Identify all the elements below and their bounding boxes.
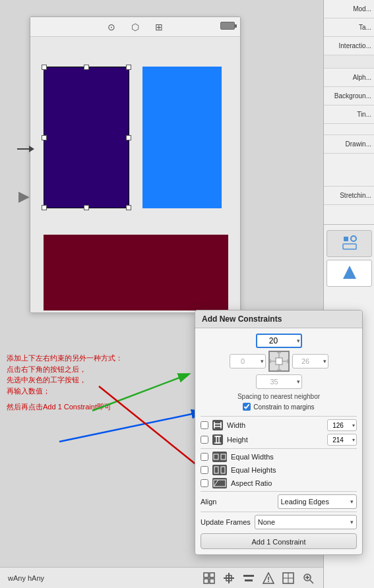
handle-tl[interactable] <box>42 65 47 70</box>
aspect-ratio-row: Aspect Ratio <box>201 478 357 488</box>
svg-rect-5 <box>204 579 208 583</box>
height-value-wrapper: ▾ <box>327 434 357 446</box>
align-icon[interactable] <box>241 571 256 585</box>
bottom-toolbar: wAny hAny <box>0 567 323 588</box>
svg-rect-11 <box>245 579 253 581</box>
blue-rect[interactable] <box>142 67 222 208</box>
panel-spacer1 <box>324 55 374 69</box>
popup-title: Add New Constraints <box>195 310 362 328</box>
ib-toolbar: ⊙ ⬡ ⊞ <box>30 17 240 37</box>
tab-icon-2[interactable] <box>327 260 372 287</box>
equal-widths-icon <box>212 452 227 462</box>
svg-rect-32 <box>276 358 282 365</box>
pin-icon[interactable] <box>222 571 236 585</box>
panel-interaction: Interactio... <box>324 37 374 55</box>
ib-content <box>30 37 240 312</box>
align-chevron-icon: ▾ <box>350 498 354 505</box>
svg-rect-33 <box>214 424 221 426</box>
width-icon <box>212 420 223 430</box>
equal-widths-row: Equal Widths <box>201 452 357 462</box>
right-spacing-input[interactable] <box>292 354 328 368</box>
resolve-icon[interactable] <box>261 571 276 585</box>
svg-rect-40 <box>221 454 226 459</box>
left-input-wrapper: ▾ <box>230 354 266 368</box>
svg-rect-39 <box>214 454 218 459</box>
svg-rect-24 <box>343 244 356 249</box>
top-spacing-input[interactable] <box>256 334 302 348</box>
update-select-value: None <box>258 518 350 526</box>
align-row: Align Leading Edges ▾ <box>201 494 357 509</box>
left-arrow <box>17 146 34 152</box>
panel-background: Backgroun... <box>324 87 374 105</box>
circle-toolbar-icon[interactable]: ⊙ <box>105 20 118 34</box>
width-checkbox[interactable] <box>201 421 208 429</box>
aspect-ratio-checkbox[interactable] <box>201 479 208 487</box>
height-label: Height <box>227 436 323 444</box>
handle-bc[interactable] <box>84 205 89 210</box>
svg-rect-4 <box>210 573 214 577</box>
aspect-ratio-label: Aspect Ratio <box>231 479 357 487</box>
constrain-row: Constrain to margins <box>201 403 357 411</box>
handle-ml[interactable] <box>42 135 47 140</box>
svg-rect-41 <box>214 467 218 473</box>
right-panel-tabs <box>324 224 374 292</box>
layers-toolbar-icon[interactable]: ⊞ <box>152 20 166 34</box>
handle-bl[interactable] <box>42 205 47 210</box>
constrain-margins-checkbox[interactable] <box>243 403 251 411</box>
popup-divider-2 <box>201 448 357 449</box>
svg-rect-43 <box>214 480 226 486</box>
bottom-spacing-input[interactable] <box>256 374 302 389</box>
handle-br[interactable] <box>126 205 131 210</box>
align-label: Align <box>201 498 274 506</box>
update-chevron-icon: ▾ <box>350 519 354 525</box>
top-spacing-row: ▾ <box>201 334 357 348</box>
equal-heights-label: Equal Heights <box>231 466 357 474</box>
handle-mr[interactable] <box>126 135 131 140</box>
purple-rect[interactable] <box>44 67 129 208</box>
right-input-wrapper: ▾ <box>292 354 328 368</box>
equal-widths-checkbox[interactable] <box>201 453 208 461</box>
panel-drawing: Drawin... <box>324 135 374 154</box>
svg-rect-10 <box>243 575 254 577</box>
popup-divider-1 <box>201 416 357 417</box>
align-select-value: Leading Edges <box>281 498 351 506</box>
panel-ta: Ta... <box>324 18 374 37</box>
height-row: Height ▾ <box>201 434 357 446</box>
zoom-icon[interactable] <box>301 571 315 585</box>
panel-alpha: Alph... <box>324 69 374 87</box>
width-value-input[interactable] <box>327 419 357 431</box>
align-select-wrapper[interactable]: Leading Edges ▾ <box>278 494 358 509</box>
height-value-input[interactable] <box>327 434 357 446</box>
svg-line-44 <box>214 480 218 486</box>
panel-stretching: Stretchin... <box>324 187 374 205</box>
update-select-wrapper[interactable]: None ▾ <box>255 515 357 529</box>
svg-rect-36 <box>216 436 219 443</box>
svg-line-1 <box>59 412 201 442</box>
svg-line-19 <box>310 580 313 583</box>
red-rect[interactable] <box>44 235 228 310</box>
aspect-ratio-icon <box>212 478 227 488</box>
popup-body: ▾ ▾ <box>195 328 362 554</box>
update-row: Update Frames None ▾ <box>201 515 357 529</box>
equal-heights-checkbox[interactable] <box>201 466 208 474</box>
svg-marker-25 <box>343 266 356 279</box>
battery-icon <box>220 22 235 30</box>
layout-icon[interactable] <box>281 571 296 585</box>
add-constraint-button[interactable]: Add 1 Constraint <box>201 533 357 549</box>
handle-tc[interactable] <box>84 65 89 70</box>
panel-spacer2 <box>324 124 374 135</box>
constrain-margins-label: Constrain to margins <box>253 403 314 411</box>
left-spacing-input[interactable] <box>230 354 266 368</box>
svg-point-14 <box>268 581 269 582</box>
update-frames-label: Update Frames <box>201 518 251 526</box>
grid-icon[interactable] <box>202 571 216 585</box>
equal-heights-icon <box>212 465 227 475</box>
height-checkbox[interactable] <box>201 436 208 444</box>
center-constraint-box <box>268 351 290 372</box>
svg-rect-42 <box>221 467 225 473</box>
cube-toolbar-icon[interactable]: ⬡ <box>129 20 142 34</box>
handle-tr[interactable] <box>126 65 131 70</box>
size-label: wAny hAny <box>8 574 44 582</box>
tab-icon-1[interactable] <box>327 230 372 257</box>
svg-rect-22 <box>344 237 348 241</box>
